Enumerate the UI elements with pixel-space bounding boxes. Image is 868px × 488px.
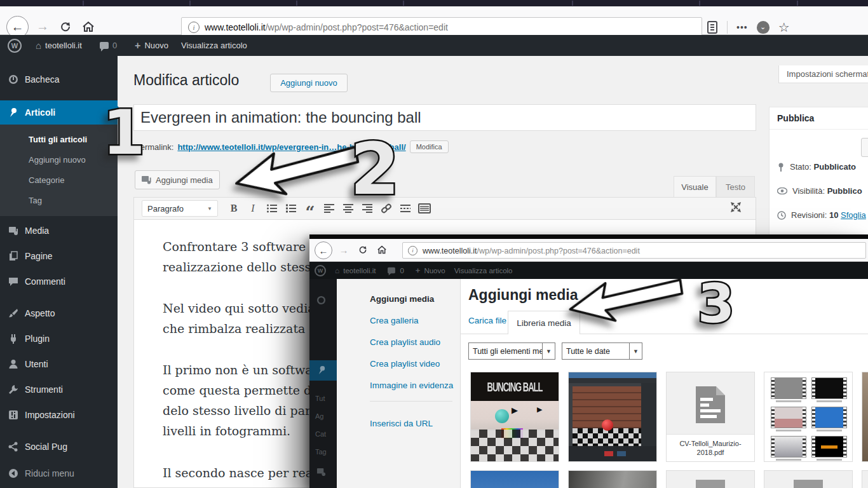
reload-button[interactable]	[355, 241, 370, 258]
menu-item-immagine-in-evidenza[interactable]: Immagine in evidenza	[370, 381, 453, 390]
blockquote-button[interactable]: “	[302, 205, 318, 220]
bold-button[interactable]: B	[226, 201, 242, 216]
overlay-admin-bar-dimmed: W ⌂teotelloli.it 0 +Nuovo Visualizza art…	[309, 262, 868, 279]
bullet-list-button[interactable]	[264, 201, 280, 216]
numbered-list-button[interactable]	[283, 201, 299, 216]
tools-wrench-icon	[8, 384, 18, 395]
view-post-link[interactable]: Visualizza articolo	[181, 41, 247, 50]
paragraph-select-value: Paragrafo	[147, 204, 184, 214]
sidebar-item-impostazioni[interactable]: Impostazioni	[0, 404, 118, 426]
page-actions-icon[interactable]: •••	[736, 22, 748, 32]
overlay-tab-strip	[309, 234, 868, 239]
media-tile-document[interactable]	[666, 470, 755, 488]
sidebar-label: Plugin	[25, 334, 50, 344]
sidebar-item-pagine[interactable]: Pagine	[0, 245, 118, 267]
sidebar-item-media[interactable]: Media	[0, 220, 118, 241]
wp-logo-menu[interactable]: W	[8, 39, 22, 53]
align-right-button[interactable]	[359, 201, 376, 216]
preview-button-fragment[interactable]	[861, 138, 868, 157]
media-tile-partial[interactable]	[862, 470, 868, 488]
sidebar-item-strumenti[interactable]: Strumenti	[0, 379, 118, 400]
media-tile-pdf-document[interactable]: CV-Telloli_Maurizio- 2018.pdf	[666, 372, 755, 462]
sidebar-item-plugin[interactable]: Plugin	[0, 328, 118, 349]
forward-button[interactable]: →	[33, 16, 52, 37]
insert-link-button[interactable]	[378, 201, 395, 216]
sidebar-item-utenti[interactable]: Utenti	[0, 353, 118, 375]
new-content-menu[interactable]: +Nuovo	[135, 40, 168, 51]
menu-item-crea-playlist-video[interactable]: Crea playlist video	[370, 359, 440, 369]
bullet-list-icon	[266, 203, 278, 214]
media-tile-blurred-photo[interactable]	[568, 470, 657, 488]
sidebar-item-articoli[interactable]: Articoli	[0, 100, 118, 125]
menu-item-aggiungi-media[interactable]: Aggiungi media	[370, 294, 434, 304]
reader-mode-icon[interactable]	[707, 21, 718, 34]
url-bar[interactable]: i www.teotelloli.it/wp/wp-admin/post.php…	[181, 17, 702, 37]
media-tile-video-contact-sheet[interactable]	[764, 372, 853, 462]
edit-permalink-button[interactable]: Modifica	[410, 140, 449, 153]
submenu-item-aggiungi-nuovo[interactable]: Aggiungi nuovo	[29, 155, 86, 165]
submenu-item-categorie[interactable]: Categorie	[29, 175, 64, 185]
reload-button[interactable]	[56, 16, 75, 37]
sidebar-item-bacheca[interactable]: Bacheca	[0, 69, 118, 90]
media-tile-document[interactable]	[764, 470, 853, 488]
url-path: /wp/wp-admin/post.php?post=476&action=ed…	[477, 247, 639, 255]
media-tile-3d-software-screenshot[interactable]	[568, 372, 657, 462]
video-frame-thumb	[771, 377, 806, 399]
media-tile-bouncing-ball-art[interactable]: BUNCING BALL ▶ ▶	[470, 372, 559, 462]
tab-carica-file[interactable]: Carica file	[468, 316, 506, 325]
add-media-button[interactable]: Aggiungi media	[135, 170, 220, 189]
sidebar-item-social-pug[interactable]: Social Pug	[0, 436, 118, 458]
fullscreen-button[interactable]	[729, 201, 742, 216]
tab-libreria-media[interactable]: Libreria media	[508, 311, 580, 334]
home-button[interactable]	[79, 16, 98, 37]
submenu-item-tag[interactable]: Tag	[29, 196, 42, 205]
sidebar-item-riduci-menu[interactable]: Riduci menu	[0, 463, 118, 484]
site-info-icon[interactable]: i	[408, 246, 417, 255]
menu-item-crea-playlist-audio[interactable]: Crea playlist audio	[370, 337, 440, 347]
thumb-caption	[817, 400, 842, 402]
reload-icon	[358, 245, 367, 254]
back-button[interactable]: ←	[315, 241, 332, 259]
italic-button[interactable]: I	[245, 201, 261, 216]
media-tile-partial[interactable]	[862, 372, 868, 462]
permalink-row: Permalink: http://www.teotelloli.it/wp/e…	[135, 140, 449, 153]
forward-button[interactable]: →	[336, 241, 351, 258]
toolbar-toggle-button[interactable]	[416, 201, 433, 216]
paragraph-style-select[interactable]: Paragrafo ▼	[142, 200, 218, 217]
permalink-link[interactable]: http://www.teotelloli.it/wp/evergreen-in…	[177, 142, 405, 152]
url-bar[interactable]: i www.teotelloli.it/wp/wp-admin/post.php…	[402, 242, 866, 259]
thumb-caption	[776, 459, 801, 461]
screen-options-tab[interactable]: Impostazioni schermata	[778, 65, 868, 83]
comments-menu[interactable]: 0	[100, 41, 117, 50]
video-frame-thumb	[811, 377, 847, 399]
tab-testo[interactable]: Testo	[716, 176, 755, 197]
bookmark-star-icon[interactable]: ☆	[778, 20, 790, 35]
editor-text-line: Confrontare 3 software d	[163, 240, 317, 254]
submenu-item-tutti-gli-articoli[interactable]: Tutti gli articoli	[29, 135, 87, 144]
menu-item-inserisci-da-url[interactable]: Inserisci da URL	[370, 419, 433, 428]
sidebar-item-aspetto[interactable]: Aspetto	[0, 302, 118, 324]
align-center-button[interactable]	[340, 201, 356, 216]
media-type-filter-select[interactable]: Tutti gli elementi me ▼	[468, 342, 555, 360]
add-new-button[interactable]: Aggiungi nuovo	[270, 74, 348, 92]
align-left-button[interactable]	[321, 201, 337, 216]
site-info-icon[interactable]: i	[188, 22, 200, 33]
site-name-menu: ⌂teotelloli.it	[335, 266, 376, 275]
read-more-button[interactable]	[397, 201, 414, 216]
publish-panel-title: Pubblica	[770, 107, 868, 130]
post-title-input[interactable]: Evergreen in animation: the bouncing bal…	[133, 104, 756, 131]
home-button[interactable]	[374, 241, 390, 258]
pocket-icon[interactable]: ⌄	[757, 21, 770, 34]
browse-revisions-link[interactable]: Sfoglia	[841, 210, 866, 220]
tab-visuale[interactable]: Visuale	[674, 176, 716, 197]
overlay-sidebar-dimmed: Tut Ag Cat Tag	[309, 279, 337, 488]
menu-item-crea-galleria[interactable]: Crea galleria	[370, 316, 419, 325]
pdf-filename: CV-Telloli_Maurizio- 2018.pdf	[667, 434, 754, 461]
media-tile-sky-photo[interactable]	[470, 470, 559, 488]
date-filter-select[interactable]: Tutte le date ▼	[562, 342, 642, 360]
dashboard-icon	[8, 74, 18, 85]
plus-icon: +	[416, 266, 421, 275]
editor-text-line: Il secondo nasce per real	[163, 466, 316, 480]
sidebar-item-commenti[interactable]: Commenti	[0, 271, 118, 292]
site-name-menu[interactable]: ⌂teotelloli.it	[36, 40, 82, 51]
